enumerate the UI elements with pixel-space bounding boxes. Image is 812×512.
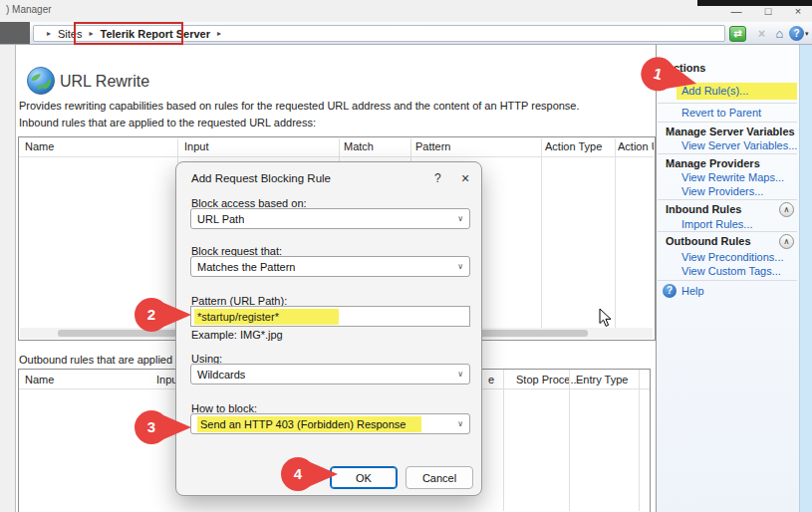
actions-group-outbound-rules: Outbound Rules [666, 235, 751, 247]
chevron-right-icon[interactable]: ▸ [47, 29, 51, 38]
block-request-select[interactable]: Matches the Pattern ∨ [190, 256, 470, 277]
annotation-number: 4 [280, 454, 316, 494]
block-access-value: URL Path [197, 213, 244, 225]
annotation-number: 2 [134, 295, 169, 335]
inbound-header-divider [19, 156, 654, 157]
chevron-down-icon: ∨ [457, 214, 463, 223]
home-icon[interactable]: ⌂ [771, 26, 788, 42]
actions-group-manage-server-variables: Manage Server Variables [666, 126, 795, 137]
outbound-col-stop-processing[interactable]: Stop Proce... [516, 374, 580, 385]
maximize-button[interactable]: □ [755, 3, 781, 20]
chevron-right-icon[interactable]: ▸ [217, 29, 221, 38]
dialog-close-button[interactable]: × [461, 170, 469, 186]
close-button[interactable]: × [785, 3, 811, 20]
block-request-value: Matches the Pattern [197, 261, 295, 273]
outbound-col-entry-type[interactable]: Entry Type [576, 374, 628, 385]
action-revert-to-parent[interactable]: Revert to Parent [681, 107, 761, 119]
toolbar-corner-block [0, 22, 30, 44]
pattern-example: Example: IMG*.jpg [191, 329, 283, 341]
column-divider [569, 370, 570, 511]
separator [658, 199, 797, 200]
annotation-2: 2 [134, 295, 191, 335]
collapse-outbound-icon[interactable]: ∧ [779, 234, 794, 249]
chevron-down-icon: ∨ [457, 370, 463, 379]
dialog-help-button[interactable]: ? [434, 171, 441, 185]
separator [658, 122, 797, 123]
inbound-col-input[interactable]: Input [184, 140, 208, 152]
action-view-rewrite-maps[interactable]: View Rewrite Maps... [681, 171, 784, 183]
cancel-button[interactable]: Cancel [406, 466, 473, 489]
stop-icon: × [753, 26, 770, 42]
how-to-block-select[interactable]: Send an HTTP 403 (Forbidden) Response ∨ [190, 413, 470, 434]
using-select[interactable]: Wildcards ∨ [190, 364, 470, 384]
action-view-preconditions[interactable]: View Preconditions... [681, 251, 784, 263]
title-bar: ) Manager — □ × [0, 0, 812, 22]
dialog-title: Add Request Blocking Rule [191, 172, 331, 184]
annotation-3: 3 [134, 407, 191, 447]
action-import-rules[interactable]: Import Rules... [681, 218, 753, 230]
mouse-cursor [599, 308, 613, 332]
help-dropdown-icon[interactable]: ▾ [805, 30, 809, 38]
inbound-col-action-type[interactable]: Action Type [545, 140, 602, 152]
separator [658, 231, 797, 232]
inbound-rules-caption: Inbound rules that are applied to the re… [19, 117, 316, 128]
annotation-4: 4 [280, 454, 338, 494]
separator [658, 280, 797, 281]
inbound-col-action-url[interactable]: Action U [618, 140, 654, 152]
column-divider [541, 138, 542, 328]
outbound-col-truncated[interactable]: e [488, 374, 494, 385]
using-value: Wildcards [197, 369, 245, 381]
inbound-col-match[interactable]: Match [344, 140, 374, 152]
column-divider [639, 370, 640, 511]
action-help[interactable]: Help [681, 285, 704, 297]
url-rewrite-globe-icon [26, 66, 56, 96]
feature-description: Provides rewriting capabilities based on… [19, 100, 580, 112]
separator [658, 103, 797, 104]
collapse-inbound-icon[interactable]: ∧ [779, 202, 794, 217]
add-request-blocking-rule-dialog: Add Request Blocking Rule ? × Block acce… [175, 161, 482, 496]
pattern-input[interactable]: *startup/register* [190, 306, 470, 327]
annotation-number: 3 [134, 407, 169, 447]
actions-group-inbound-rules: Inbound Rules [666, 203, 741, 215]
outbound-col-name[interactable]: Name [25, 374, 54, 385]
back-forward-icon[interactable]: ⇄ [729, 26, 746, 42]
page-title: URL Rewrite [60, 73, 149, 91]
right-window-edge [799, 45, 812, 512]
window-title: ) Manager [6, 4, 52, 15]
help-icon[interactable]: ? [789, 26, 804, 41]
annotation-red-box [74, 22, 183, 45]
breadcrumb-bar: ▸ Sites ▸ Telerik Report Server ▸ ⇄ × ⌂ … [0, 22, 812, 45]
action-view-providers[interactable]: View Providers... [681, 185, 763, 197]
inbound-col-pattern[interactable]: Pattern [415, 140, 450, 152]
block-access-select[interactable]: URL Path ∨ [190, 208, 470, 229]
how-to-block-value: Send an HTTP 403 (Forbidden) Response [197, 416, 421, 432]
pattern-value: *startup/register* [194, 309, 339, 325]
chevron-down-icon: ∨ [457, 419, 463, 428]
inbound-col-name[interactable]: Name [25, 140, 54, 152]
chevron-down-icon: ∨ [457, 262, 463, 271]
actions-group-manage-providers: Manage Providers [666, 157, 760, 169]
column-divider [615, 138, 616, 328]
action-view-server-variables[interactable]: View Server Variables... [681, 139, 797, 151]
minimize-button[interactable]: — [723, 3, 749, 20]
help-icon: ? [663, 284, 677, 298]
left-panel-edge [0, 45, 16, 512]
separator [658, 153, 797, 154]
iis-manager-window: ) Manager — □ × ▸ Sites ▸ Telerik Report… [0, 0, 812, 512]
action-view-custom-tags[interactable]: View Custom Tags... [681, 265, 781, 277]
ok-button[interactable]: OK [330, 466, 398, 489]
column-divider [503, 370, 504, 511]
